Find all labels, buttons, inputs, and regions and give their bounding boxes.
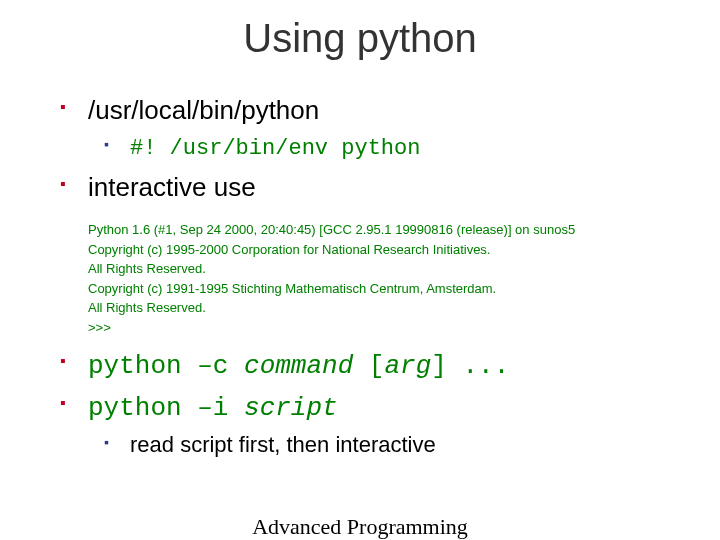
arg-arg: arg (384, 351, 431, 381)
arg-script: script (244, 393, 338, 423)
sub-bullet-item: read script first, then interactive (104, 428, 680, 462)
bullet-text: /usr/local/bin/python (88, 95, 319, 125)
code-line: All Rights Reserved. (88, 298, 680, 318)
bracket-close: ] ... (431, 351, 509, 381)
bullet-list: /usr/local/bin/python #! /usr/bin/env py… (60, 91, 680, 208)
sub-bullet-list: read script first, then interactive (104, 428, 680, 462)
code-prompt: >>> (88, 318, 680, 338)
interpreter-output: Python 1.6 (#1, Sep 24 2000, 20:40:45) [… (88, 220, 680, 337)
code-line: Copyright (c) 1995-2000 Corporation for … (88, 240, 680, 260)
python-cmd-prefix: python –c (88, 351, 244, 381)
python-cmd-prefix: python –i (88, 393, 244, 423)
bullet-item: python –i script read script first, then… (60, 387, 680, 464)
sub-bullet-item: #! /usr/bin/env python (104, 130, 680, 166)
bracket-open: [ (353, 351, 384, 381)
code-line: Copyright (c) 1991-1995 Stichting Mathem… (88, 279, 680, 299)
shebang-line: #! /usr/bin/env python (130, 136, 420, 161)
bullet-list: python –c command [arg] ... python –i sc… (60, 345, 680, 464)
footer-label: Advanced Programming (0, 514, 720, 540)
bullet-text: interactive use (88, 172, 256, 202)
bullet-text: read script first, then interactive (130, 432, 436, 457)
slide: Using python /usr/local/bin/python #! /u… (0, 0, 720, 540)
code-line: Python 1.6 (#1, Sep 24 2000, 20:40:45) [… (88, 220, 680, 240)
sub-bullet-list: #! /usr/bin/env python (104, 130, 680, 166)
code-line: All Rights Reserved. (88, 259, 680, 279)
bullet-item: interactive use (60, 168, 680, 208)
bullet-item: /usr/local/bin/python #! /usr/bin/env py… (60, 91, 680, 168)
bullet-item: python –c command [arg] ... (60, 345, 680, 387)
slide-title: Using python (40, 16, 680, 61)
arg-command: command (244, 351, 353, 381)
